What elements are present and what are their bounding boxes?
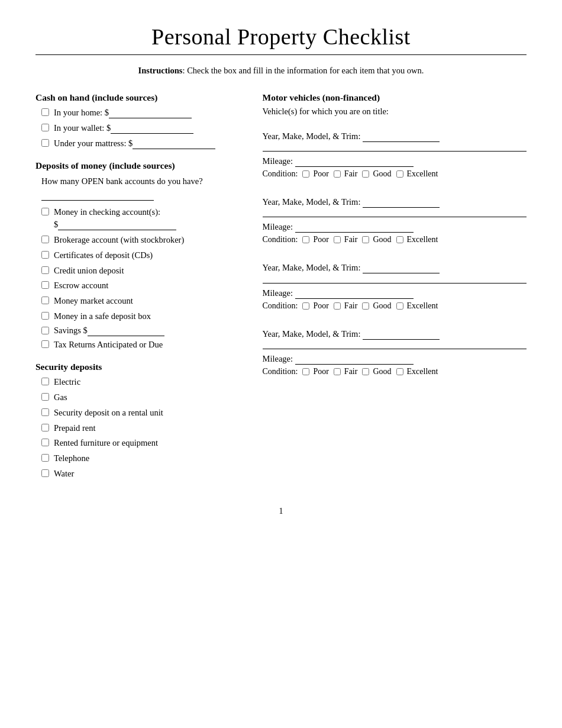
vehicle-3-year-input[interactable]: [363, 263, 440, 273]
vehicle-3-year-row: Year, Make, Model, & Trim:: [263, 261, 527, 275]
vehicle-1-mileage-row: Mileage:: [263, 156, 527, 167]
left-column: Cash on hand (include sources) In your h…: [35, 92, 257, 483]
checking-checkbox[interactable]: [41, 208, 49, 215]
vehicle-4-block: Year, Make, Model, & Trim: Mileage: Cond…: [263, 327, 527, 376]
savings-input[interactable]: [88, 326, 164, 336]
vehicle-4-poor-checkbox[interactable]: [302, 368, 309, 375]
savings-checkbox[interactable]: [41, 327, 49, 334]
right-column: Motor vehicles (non-financed) Vehicle(s)…: [257, 92, 527, 393]
vehicle-1-block: Year, Make, Model, & Trim: Mileage: Cond…: [263, 130, 527, 179]
gas-item: Gas: [41, 391, 245, 404]
vehicle-4-fair-checkbox[interactable]: [334, 368, 341, 375]
safe-deposit-item: Money in a safe deposit box: [41, 310, 245, 323]
cash-mattress-checkbox[interactable]: [41, 139, 49, 147]
vehicle-2-excellent-checkbox[interactable]: [396, 236, 403, 243]
motor-subtitle: Vehicle(s) for which you are on title:: [263, 107, 527, 117]
motor-section-title: Motor vehicles (non-financed): [263, 92, 527, 103]
electric-item: Electric: [41, 376, 245, 389]
vehicle-2-good-checkbox[interactable]: [362, 236, 369, 243]
cash-home-checkbox[interactable]: [41, 108, 49, 116]
prepaid-rent-item: Prepaid rent: [41, 422, 245, 435]
vehicle-1-year-input[interactable]: [363, 131, 440, 142]
rented-furniture-item: Rented furniture or equipment: [41, 437, 245, 450]
telephone-item: Telephone: [41, 452, 245, 465]
open-accounts-block: How many OPEN bank accounts do you have?: [41, 175, 245, 202]
vehicle-2-fair-checkbox[interactable]: [334, 236, 341, 243]
cash-wallet-item: In your wallet: $: [41, 122, 245, 135]
vehicle-4-underline: [263, 343, 527, 349]
tax-returns-item: Tax Returns Anticipated or Due: [41, 339, 245, 352]
vehicle-1-mileage-input[interactable]: [295, 156, 414, 167]
cd-item: Certificates of deposit (CDs): [41, 249, 245, 262]
vehicle-3-mileage-row: Mileage:: [263, 288, 527, 299]
cash-mattress-item: Under your mattress: $: [41, 137, 245, 150]
security-deposit-rental-checkbox[interactable]: [41, 408, 49, 416]
vehicle-4-good-checkbox[interactable]: [362, 368, 369, 375]
checking-block: Money in checking account(s): $: [41, 206, 245, 232]
water-checkbox[interactable]: [41, 469, 49, 477]
cash-wallet-input[interactable]: [111, 123, 193, 134]
vehicle-3-excellent-checkbox[interactable]: [396, 302, 403, 310]
gas-checkbox[interactable]: [41, 393, 49, 401]
cash-home-item: In your home: $: [41, 107, 245, 120]
security-section-title: Security deposits: [35, 362, 245, 372]
vehicle-3-underline: [263, 278, 527, 284]
page-number: 1: [35, 507, 527, 516]
prepaid-rent-checkbox[interactable]: [41, 424, 49, 431]
vehicle-4-excellent-checkbox[interactable]: [396, 368, 403, 375]
vehicle-2-poor-checkbox[interactable]: [302, 236, 309, 243]
checking-amount-input[interactable]: [58, 220, 176, 230]
security-deposit-rental-item: Security deposit on a rental unit: [41, 407, 245, 420]
open-accounts-input[interactable]: [41, 190, 154, 201]
vehicle-2-block: Year, Make, Model, & Trim: Mileage: Cond…: [263, 195, 527, 244]
vehicle-2-year-input[interactable]: [363, 197, 440, 208]
vehicle-4-mileage-row: Mileage:: [263, 354, 527, 365]
vehicle-2-condition-row: Condition: Poor Fair Good Excellent: [263, 235, 527, 244]
cash-wallet-checkbox[interactable]: [41, 124, 49, 131]
vehicle-1-fair-checkbox[interactable]: [334, 170, 341, 178]
safe-deposit-checkbox[interactable]: [41, 312, 49, 320]
cash-mattress-input[interactable]: [133, 138, 215, 149]
deposits-section-title: Deposits of money (include sources): [35, 160, 245, 171]
savings-item: Savings $: [41, 326, 245, 336]
vehicle-3-mileage-input[interactable]: [295, 288, 414, 299]
vehicle-2-underline: [263, 211, 527, 217]
vehicle-1-poor-checkbox[interactable]: [302, 170, 309, 178]
vehicle-1-year-row: Year, Make, Model, & Trim:: [263, 130, 527, 143]
electric-checkbox[interactable]: [41, 378, 49, 385]
tax-returns-checkbox[interactable]: [41, 340, 49, 348]
credit-union-checkbox[interactable]: [41, 266, 49, 274]
credit-union-item: Credit union deposit: [41, 265, 245, 278]
telephone-checkbox[interactable]: [41, 454, 49, 462]
vehicle-4-year-row: Year, Make, Model, & Trim:: [263, 327, 527, 341]
vehicle-2-year-row: Year, Make, Model, & Trim:: [263, 195, 527, 209]
water-item: Water: [41, 468, 245, 481]
vehicle-1-condition-row: Condition: Poor Fair Good Excellent: [263, 169, 527, 179]
vehicle-1-good-checkbox[interactable]: [362, 170, 369, 178]
vehicle-2-mileage-input[interactable]: [295, 222, 414, 233]
page-title: Personal Property Checklist: [35, 24, 527, 50]
vehicle-4-condition-row: Condition: Poor Fair Good Excellent: [263, 367, 527, 376]
vehicle-2-mileage-row: Mileage:: [263, 222, 527, 233]
cash-home-input[interactable]: [109, 108, 192, 118]
money-market-checkbox[interactable]: [41, 297, 49, 304]
vehicle-4-year-input[interactable]: [363, 329, 440, 340]
vehicle-3-good-checkbox[interactable]: [362, 302, 369, 310]
money-market-item: Money market account: [41, 295, 245, 308]
escrow-checkbox[interactable]: [41, 281, 49, 289]
brokerage-checkbox[interactable]: [41, 236, 49, 243]
cd-checkbox[interactable]: [41, 251, 49, 259]
cash-section-title: Cash on hand (include sources): [35, 92, 245, 103]
vehicle-1-underline: [263, 146, 527, 152]
vehicle-1-excellent-checkbox[interactable]: [396, 170, 403, 178]
main-content: Cash on hand (include sources) In your h…: [35, 92, 527, 483]
vehicle-3-fair-checkbox[interactable]: [334, 302, 341, 310]
escrow-item: Escrow account: [41, 279, 245, 292]
vehicle-3-condition-row: Condition: Poor Fair Good Excellent: [263, 301, 527, 311]
title-divider: [35, 54, 527, 55]
vehicle-4-mileage-input[interactable]: [295, 354, 414, 365]
instructions-text: Instructions: Check the box and fill in …: [35, 66, 527, 76]
vehicle-3-block: Year, Make, Model, & Trim: Mileage: Cond…: [263, 261, 527, 310]
vehicle-3-poor-checkbox[interactable]: [302, 302, 309, 310]
rented-furniture-checkbox[interactable]: [41, 439, 49, 446]
